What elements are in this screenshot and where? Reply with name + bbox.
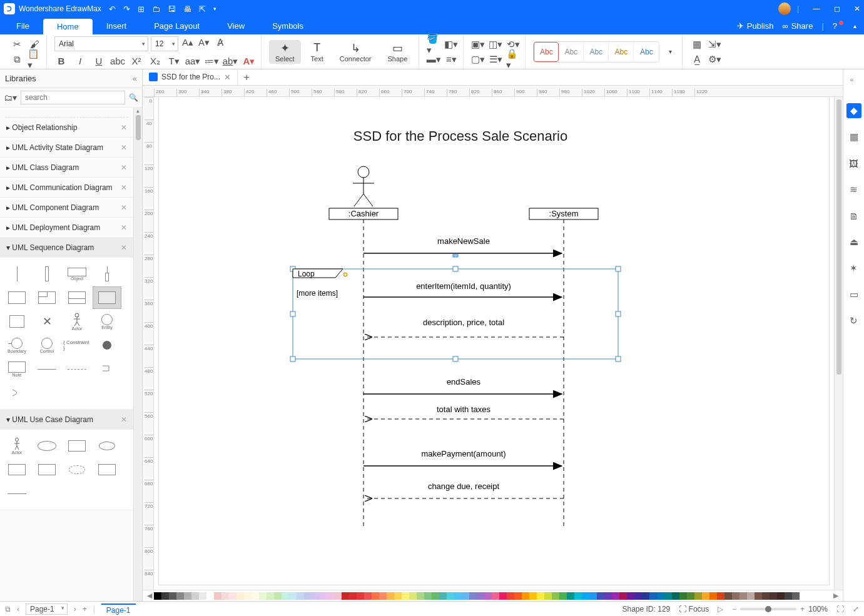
close-cat-icon[interactable]: ✕ xyxy=(121,163,127,172)
swatch[interactable] xyxy=(739,592,747,600)
close-cat-icon[interactable]: ✕ xyxy=(121,183,127,192)
msg-description[interactable]: description, price, total xyxy=(365,318,564,337)
swatch[interactable] xyxy=(387,592,394,600)
shape-control[interactable]: Control xyxy=(33,334,61,356)
swatch[interactable] xyxy=(176,592,184,600)
style-more-icon[interactable]: ▾ xyxy=(663,46,677,58)
paste-icon[interactable]: 📋▾ xyxy=(28,53,41,66)
swatch[interactable] xyxy=(221,592,229,600)
shape-entity[interactable]: Entity xyxy=(93,310,121,333)
new-icon[interactable]: ⊞ xyxy=(138,4,145,14)
compress-icon[interactable]: ⇲▾ xyxy=(708,38,721,51)
lifeline-system[interactable]: :System xyxy=(529,208,598,528)
bold-icon[interactable]: B xyxy=(54,55,68,68)
search-icon[interactable]: 🔍 xyxy=(129,93,138,102)
subscript-icon[interactable]: X₂ xyxy=(148,55,162,68)
close-tab-icon[interactable]: ✕ xyxy=(224,73,231,82)
swatch[interactable] xyxy=(169,592,176,600)
msg-enteritem[interactable]: enterItem(itemId, quantity) xyxy=(363,281,562,297)
italic-icon[interactable]: I xyxy=(73,55,87,68)
swatch[interactable] xyxy=(206,592,214,600)
spacing-icon[interactable]: aа▾ xyxy=(186,55,200,68)
image-panel-icon[interactable]: 🖼 xyxy=(846,156,861,171)
swatch[interactable] xyxy=(514,592,522,600)
history-icon[interactable]: ↻ xyxy=(846,313,861,328)
swatch[interactable] xyxy=(694,592,702,600)
shape-terminate[interactable] xyxy=(3,310,31,333)
superscript-icon[interactable]: X² xyxy=(130,55,143,68)
play-icon[interactable]: ▷ xyxy=(718,605,723,613)
cat-communication[interactable]: ▸ UML Communication Diagram✕ xyxy=(0,178,133,198)
swatch[interactable] xyxy=(402,592,409,600)
shape-uc-actor[interactable]: Actor xyxy=(3,435,31,457)
swatch[interactable] xyxy=(507,592,514,600)
ribbon-collapse-icon[interactable]: ▴ xyxy=(853,23,856,29)
swatch[interactable] xyxy=(529,592,537,600)
undo-icon[interactable]: ↶ xyxy=(109,4,116,14)
style-5[interactable]: Abc xyxy=(634,42,659,62)
layout-icon[interactable]: ▦ xyxy=(690,38,704,51)
swatch[interactable] xyxy=(604,592,612,600)
swatch[interactable] xyxy=(612,592,619,600)
shape-uc-system[interactable] xyxy=(33,458,61,481)
actor-cashier[interactable]: :Cashier xyxy=(329,166,398,528)
zoom-in-icon[interactable]: + xyxy=(800,605,805,613)
loop-fragment[interactable]: Loop [more items] xyxy=(290,266,621,361)
theme-panel-icon[interactable]: ◆ xyxy=(846,103,861,118)
fill-icon[interactable]: 🪣▾ xyxy=(427,38,440,51)
page-select[interactable]: Page-1 xyxy=(26,603,68,615)
present-icon[interactable]: ▭ xyxy=(846,287,861,302)
swatch[interactable] xyxy=(349,592,357,600)
font-color-icon[interactable]: A▾ xyxy=(242,55,256,68)
underline-icon[interactable]: U xyxy=(92,55,106,68)
swatch[interactable] xyxy=(454,592,462,600)
cat-sequence[interactable]: ▾ UML Sequence Diagram✕ xyxy=(0,238,133,258)
swatch[interactable] xyxy=(732,592,739,600)
page-prev-icon[interactable]: ‹ xyxy=(17,605,19,613)
swatch[interactable] xyxy=(589,592,597,600)
tab-insert[interactable]: Insert xyxy=(93,18,141,34)
shape-activation[interactable] xyxy=(33,263,61,285)
line-icon[interactable]: ▬▾ xyxy=(427,53,440,66)
qat-more-icon[interactable]: ▾ xyxy=(213,6,216,12)
swatch[interactable] xyxy=(424,592,432,600)
grid-panel-icon[interactable]: ▦ xyxy=(846,129,861,144)
swatch[interactable] xyxy=(537,592,544,600)
swatch[interactable] xyxy=(274,592,282,600)
diagram[interactable]: SSD for the Process Sale Scenario :Cashi… xyxy=(154,97,834,590)
style-gallery[interactable]: Abc Abc Abc Abc Abc xyxy=(533,41,659,63)
font-size-select[interactable]: 12 xyxy=(151,36,178,51)
shape-return[interactable] xyxy=(63,358,91,380)
shape-boundary[interactable]: Boundary xyxy=(3,334,31,356)
page-add-icon[interactable]: + xyxy=(83,605,87,613)
expand-panel-icon[interactable]: « xyxy=(850,76,858,88)
swatch[interactable] xyxy=(289,592,297,600)
swatch[interactable] xyxy=(439,592,447,600)
shape-note[interactable]: Note xyxy=(3,358,31,380)
doc-tab[interactable]: SSD for the Pro... ✕ xyxy=(143,69,238,85)
swatch[interactable] xyxy=(319,592,327,600)
swatch[interactable] xyxy=(785,592,792,600)
swatch[interactable] xyxy=(297,592,304,600)
shape-mode[interactable]: ▭Shape xyxy=(382,40,414,64)
library-scrollbar[interactable]: ▴ xyxy=(133,108,142,601)
user-avatar[interactable] xyxy=(778,3,791,15)
swatch[interactable] xyxy=(567,592,574,600)
swatch[interactable] xyxy=(259,592,267,600)
swatch[interactable] xyxy=(342,592,349,600)
align-icon[interactable]: ☰▾ xyxy=(489,53,502,66)
shape-frame[interactable] xyxy=(3,286,31,309)
swatch[interactable] xyxy=(664,592,672,600)
color-swatches[interactable] xyxy=(154,592,831,600)
page-tab[interactable]: Page-1 xyxy=(101,603,136,615)
shape-fragment[interactable] xyxy=(33,286,61,309)
shape-object[interactable]: Object xyxy=(63,263,91,285)
swatch[interactable] xyxy=(236,592,244,600)
shape-message[interactable] xyxy=(33,358,61,380)
maximize-button[interactable]: ◻ xyxy=(834,4,840,13)
canvas-vscroll[interactable] xyxy=(834,97,843,590)
swatch[interactable] xyxy=(379,592,387,600)
swatch[interactable] xyxy=(327,592,334,600)
swatch[interactable] xyxy=(477,592,484,600)
fullscreen-icon[interactable]: ⤢ xyxy=(853,605,859,613)
